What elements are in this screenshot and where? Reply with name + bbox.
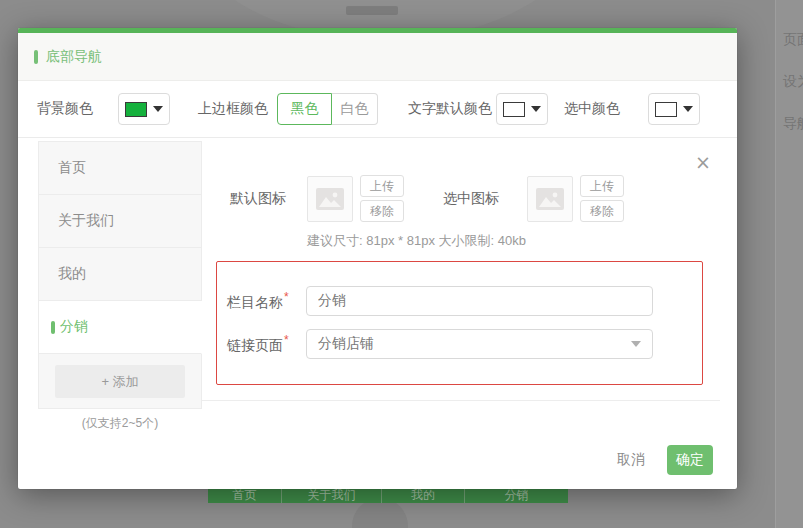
text-color-swatch <box>503 102 525 117</box>
text-color-picker[interactable] <box>496 93 548 125</box>
default-icon-label: 默认图标 <box>230 190 286 208</box>
border-color-white-button[interactable]: 白色 <box>332 93 378 125</box>
nav-item-form-highlight: 栏目名称* 链接页面* 分销店铺 <box>216 261 703 385</box>
bg-color-label: 背景颜色 <box>37 100 93 118</box>
name-field-row: 栏目名称* <box>227 286 653 316</box>
active-color-label: 选中颜色 <box>564 100 620 118</box>
add-nav-item-button[interactable]: + 添加 <box>55 365 185 398</box>
selected-icon-placeholder[interactable] <box>527 176 573 222</box>
selected-icon-actions: 上传 移除 <box>580 175 624 222</box>
dialog-title: 底部导航 <box>46 48 102 66</box>
active-color-picker[interactable] <box>648 93 700 125</box>
icon-size-hint: 建议尺寸: 81px * 81px 大小限制: 40kb <box>307 232 703 250</box>
chevron-down-icon <box>631 341 641 347</box>
dimmed-panel-label: 导航 <box>783 115 803 133</box>
text-color-label: 文字默认颜色 <box>408 100 492 118</box>
default-icon-actions: 上传 移除 <box>360 175 404 222</box>
confirm-button[interactable]: 确定 <box>667 445 713 475</box>
default-icon-upload-button[interactable]: 上传 <box>360 175 404 197</box>
default-icon-remove-button[interactable]: 移除 <box>360 200 404 222</box>
nav-items-list: 首页 关于我们 我的 分销 + 添加 <box>38 141 202 409</box>
dimmed-bottom-nav-preview: 首页 关于我们 我的 分销 <box>208 487 568 503</box>
icon-upload-row: 默认图标 上传 移除 选中图标 <box>216 175 703 222</box>
title-accent-icon <box>34 50 38 64</box>
dimmed-header-text <box>346 6 398 15</box>
body-footer-divider <box>202 400 720 401</box>
tab-home[interactable]: 首页 <box>39 142 202 195</box>
cancel-button[interactable]: 取消 <box>617 451 645 469</box>
border-color-label: 上边框颜色 <box>198 100 268 118</box>
tab-about[interactable]: 关于我们 <box>39 195 202 248</box>
required-asterisk: * <box>284 333 289 347</box>
image-placeholder-icon <box>316 188 344 210</box>
chevron-down-icon <box>683 106 693 112</box>
bg-color-picker[interactable] <box>118 93 170 125</box>
link-field-row: 链接页面* 分销店铺 <box>227 329 653 359</box>
panel-bottom-area: + 添加 <box>39 354 202 408</box>
link-page-value: 分销店铺 <box>318 335 374 353</box>
name-input[interactable] <box>306 286 653 316</box>
dimmed-nav-item: 我的 <box>382 487 465 503</box>
tab-label: 分销 <box>60 318 88 336</box>
chevron-down-icon <box>531 106 541 112</box>
active-color-swatch <box>655 102 677 117</box>
link-field-label: 链接页面* <box>227 333 306 355</box>
dimmed-panel-label: 页面 <box>783 31 803 49</box>
selected-icon-label: 选中图标 <box>443 190 499 208</box>
dimmed-nav-item: 分销 <box>465 487 568 503</box>
selected-icon-remove-button[interactable]: 移除 <box>580 200 624 222</box>
nav-count-limit-hint: (仅支持2~5个) <box>38 415 202 432</box>
link-page-select[interactable]: 分销店铺 <box>306 329 653 359</box>
default-icon-placeholder[interactable] <box>307 176 353 222</box>
chevron-down-icon <box>153 106 163 112</box>
dialog-body: 首页 关于我们 我的 分销 + 添加 (仅支持2~5个) 默认图标 <box>18 138 737 432</box>
active-tab-indicator <box>51 321 55 334</box>
nav-items-column: 首页 关于我们 我的 分销 + 添加 (仅支持2~5个) <box>38 141 202 432</box>
bg-color-swatch <box>125 102 147 117</box>
dimmed-right-settings-panel: 页面 设为 导航 <box>775 0 803 528</box>
border-color-black-button[interactable]: 黑色 <box>277 93 332 125</box>
dimmed-panel-label: 设为 <box>783 73 803 91</box>
required-asterisk: * <box>284 290 289 304</box>
bottom-nav-dialog: 底部导航 背景颜色 上边框颜色 黑色 白色 文字默认颜色 选中颜色 首页 关于我… <box>18 28 737 489</box>
dimmed-nav-item: 首页 <box>208 487 282 503</box>
color-settings-row: 背景颜色 上边框颜色 黑色 白色 文字默认颜色 选中颜色 <box>18 81 737 138</box>
tab-distribution-selected[interactable]: 分销 <box>39 301 202 354</box>
selected-icon-upload-button[interactable]: 上传 <box>580 175 624 197</box>
close-icon[interactable]: × <box>695 153 711 172</box>
dialog-footer: 取消 确定 <box>617 445 713 475</box>
name-field-label: 栏目名称* <box>227 290 306 312</box>
tab-mine[interactable]: 我的 <box>39 248 202 301</box>
nav-item-editor: 默认图标 上传 移除 选中图标 <box>202 138 737 385</box>
image-placeholder-icon <box>536 188 564 210</box>
dialog-header: 底部导航 <box>18 33 737 81</box>
dimmed-nav-item: 关于我们 <box>282 487 382 503</box>
